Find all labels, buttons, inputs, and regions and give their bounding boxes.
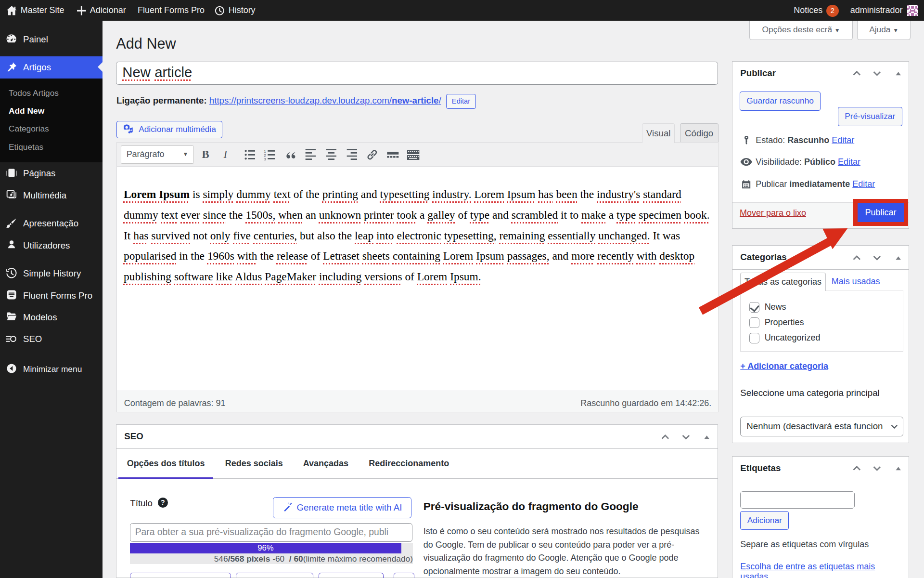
svg-text:3: 3 [264,157,266,161]
